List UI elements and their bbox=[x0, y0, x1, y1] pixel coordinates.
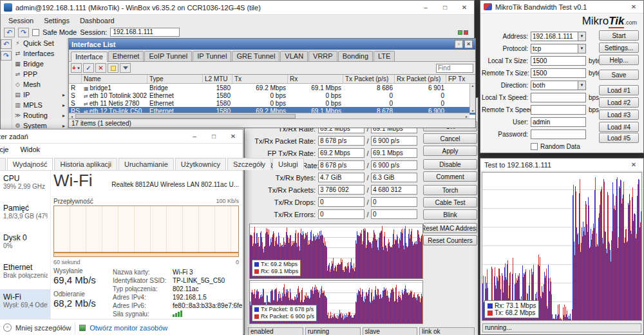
menu-dashboard[interactable]: Dashboard bbox=[75, 16, 120, 25]
blink-button[interactable]: Blink bbox=[423, 209, 477, 220]
load-3-button[interactable]: Load #3 bbox=[599, 110, 639, 120]
redo-icon[interactable]: ↷ bbox=[18, 28, 29, 37]
scrollbar-thumb[interactable] bbox=[75, 114, 296, 119]
vertical-scrollbar[interactable]: ▲▼ bbox=[469, 84, 475, 113]
sidebar-item-ppp[interactable]: ⇌PPP bbox=[12, 69, 67, 79]
restore-icon[interactable]: ▫ bbox=[455, 40, 463, 48]
task-manager-titlebar[interactable]: Menedżer zadań – □ ✕ bbox=[0, 129, 243, 144]
scroll-up-icon[interactable]: ▲ bbox=[471, 84, 475, 88]
local-tx-size-input[interactable] bbox=[531, 56, 586, 66]
chevron-down-icon[interactable]: ▼ bbox=[578, 81, 585, 90]
column-header-tx[interactable]: Tx bbox=[232, 75, 288, 83]
protocol-combo[interactable]: tcp▼ bbox=[531, 44, 586, 53]
safe-mode-checkbox[interactable] bbox=[32, 29, 39, 36]
sidebar-item-quick-set[interactable]: ⚡Quick Set bbox=[12, 38, 67, 48]
close-icon[interactable]: ✕ bbox=[223, 129, 243, 143]
tab-interface[interactable]: Interface bbox=[71, 52, 108, 62]
load-1-button[interactable]: Load #1 bbox=[599, 85, 639, 95]
collapse-icon[interactable]: ^ bbox=[3, 323, 12, 332]
table-row-bridge1[interactable]: R▦bridge1Bridge158069.2 Mbps69.1 Mbps8 6… bbox=[69, 84, 475, 91]
apply-button[interactable]: Apply bbox=[423, 146, 477, 156]
tab-ip-tunnel[interactable]: IP Tunnel bbox=[193, 51, 231, 61]
remote-tx-speed-input[interactable] bbox=[531, 105, 586, 115]
column-header-flags[interactable] bbox=[69, 75, 82, 83]
close-icon[interactable]: ✕ bbox=[624, 1, 643, 13]
tab-us-ugi[interactable]: Usługi bbox=[272, 158, 304, 170]
tab-vrrp[interactable]: VRRP bbox=[308, 51, 337, 61]
winbox-titlebar[interactable]: admin@192.168.1.111 (MikroTik) - WinBox … bbox=[1, 1, 474, 15]
column-header-name[interactable]: Name bbox=[82, 75, 147, 83]
table-row-eth-10-totolink-3002[interactable]: S⇄eth 10 Totolink 3002Ethernet15800 bps0… bbox=[69, 91, 475, 99]
tab-ethernet[interactable]: Ethernet bbox=[108, 51, 144, 61]
sidebar-item-mpls[interactable]: ▥MPLS▸ bbox=[12, 100, 67, 110]
scroll-right-icon[interactable]: ▸ bbox=[464, 114, 469, 119]
disable-button[interactable]: ✕ bbox=[95, 63, 106, 73]
settings-button[interactable]: Settings... bbox=[599, 43, 639, 53]
help-button[interactable]: Help... bbox=[599, 55, 639, 65]
maximize-icon[interactable]: □ bbox=[435, 1, 455, 14]
filter-button[interactable] bbox=[120, 63, 131, 73]
reset-mac-address-button[interactable]: Reset MAC Address bbox=[423, 223, 477, 233]
tab-lte[interactable]: LTE bbox=[374, 51, 395, 61]
column-header-rx[interactable]: Rx bbox=[288, 75, 343, 83]
tab-historia-aplikacji[interactable]: Historia aplikacji bbox=[54, 158, 117, 170]
tab-uruchamianie[interactable]: Uruchamianie bbox=[118, 158, 174, 170]
comment-button[interactable]: Comment bbox=[423, 171, 477, 182]
close-icon[interactable]: ✕ bbox=[464, 40, 473, 48]
undo-icon[interactable]: ↶ bbox=[4, 28, 15, 37]
add-button[interactable]: +▼ bbox=[71, 63, 82, 73]
table-row-eth-11-netis-2780[interactable]: S⇄eth 11 Netis 2780Ethernet15800 bps0 bp… bbox=[69, 99, 475, 107]
reset-counters-button[interactable]: Reset Counters bbox=[423, 235, 477, 245]
column-header-rx-packet-p-s[interactable]: Rx Packet (p/s) bbox=[395, 75, 446, 83]
tab-vlan[interactable]: VLAN bbox=[280, 51, 308, 61]
disable-button[interactable]: Disable bbox=[423, 159, 477, 169]
tab-szczeg-y[interactable]: Szczegóły bbox=[227, 158, 271, 170]
chevron-down-icon[interactable]: ▼ bbox=[578, 44, 585, 53]
tab-wydajno[interactable]: Wydajność bbox=[7, 158, 53, 170]
remote-tx-size-input[interactable] bbox=[531, 68, 586, 78]
sidebar-item-dysk-0[interactable]: Dysk 00% bbox=[0, 230, 50, 260]
tab-eoip-tunnel[interactable]: EoIP Tunnel bbox=[144, 51, 192, 61]
close-icon[interactable]: ✕ bbox=[455, 1, 474, 14]
tab-procesy[interactable]: Procesy bbox=[0, 158, 6, 170]
tab-gre-tunnel[interactable]: GRE Tunnel bbox=[232, 51, 279, 61]
sidebar-item-interfaces[interactable]: ⇄Interfaces bbox=[12, 48, 67, 59]
comment-button[interactable] bbox=[108, 63, 118, 73]
column-header-tx-packet-p-s[interactable]: Tx Packet (p/s) bbox=[343, 75, 395, 83]
sidebar-item-pami[interactable]: Pamięć1,8/3,9 GB (47%) bbox=[0, 200, 50, 230]
column-header-fp-tx[interactable]: FP Tx bbox=[446, 75, 475, 83]
maximize-icon[interactable]: □ bbox=[204, 129, 223, 143]
interface-list-titlebar[interactable]: Interface List ▫ ✕ bbox=[69, 39, 475, 50]
address-combo[interactable]: 192.168.1.111▼ bbox=[531, 32, 586, 41]
sidebar-item-wi-fi[interactable]: Wi-FiWysł: 69,4 Odeb.: 68,2 Mb/s bbox=[0, 289, 50, 319]
scroll-left-icon[interactable]: ◂ bbox=[69, 114, 75, 119]
cable-test-button[interactable]: Cable Test bbox=[423, 197, 477, 207]
load-2-button[interactable]: Load #2 bbox=[599, 97, 639, 108]
sidebar-item-mesh[interactable]: ◇Mesh bbox=[12, 79, 67, 90]
close-icon[interactable]: ✕ bbox=[624, 158, 643, 171]
random-data-checkbox[interactable] bbox=[531, 143, 538, 150]
start-button[interactable]: Start bbox=[599, 30, 639, 41]
session-value[interactable]: 192.168.1.111 bbox=[110, 28, 180, 37]
test-result-titlebar[interactable]: Test to 192.168.1.111 ✕ bbox=[480, 158, 643, 171]
sidebar-item-ethernet[interactable]: EthernetBrak połączenia bbox=[0, 260, 50, 289]
menu-opcje[interactable]: Opcje bbox=[0, 146, 8, 153]
user-input[interactable] bbox=[531, 117, 586, 127]
sidebar-item-bridge[interactable]: ▦Bridge bbox=[12, 59, 67, 69]
horizontal-scrollbar[interactable]: ◂▸ bbox=[69, 113, 469, 119]
enable-button[interactable]: ✓ bbox=[83, 63, 94, 73]
minimize-icon[interactable]: – bbox=[416, 1, 435, 14]
fewer-details-label[interactable]: Mniej szczegółów bbox=[15, 324, 71, 332]
sidebar-item-ip[interactable]: ▤IP▸ bbox=[12, 90, 67, 100]
undo-strip-icon[interactable]: ↶ bbox=[1, 39, 12, 49]
sidebar-item-cpu[interactable]: CPU39% 2,99 GHz bbox=[0, 171, 50, 200]
menu-session[interactable]: Session bbox=[3, 16, 39, 25]
bandwidth-test-titlebar[interactable]: MikroTik Bandwidth Test v0.1 ✕ bbox=[480, 1, 643, 14]
sidebar-item-routing[interactable]: ≫Routing▸ bbox=[12, 110, 67, 120]
load-5-button[interactable]: Load #5 bbox=[599, 133, 639, 143]
minimize-icon[interactable]: – bbox=[185, 129, 204, 143]
menu-settings[interactable]: Settings bbox=[39, 16, 75, 25]
cancel-button[interactable]: Cancel bbox=[423, 133, 477, 144]
menu-widok[interactable]: Widok bbox=[20, 146, 40, 153]
save-button[interactable]: Save bbox=[599, 70, 639, 80]
